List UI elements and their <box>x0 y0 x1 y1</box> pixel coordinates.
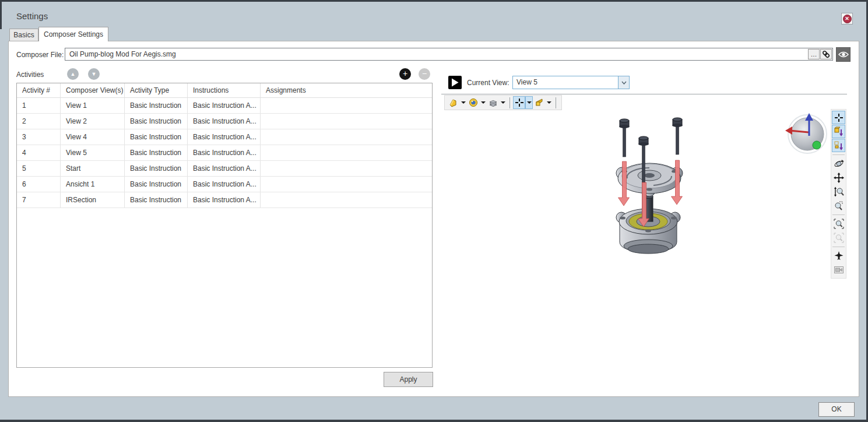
zoom-selection-button[interactable] <box>832 217 845 230</box>
cell-activity-number: 5 <box>17 161 61 176</box>
cell-assignments <box>261 114 432 129</box>
zoom-area-icon <box>834 201 844 211</box>
cell-instructions: Basic Instruction A... <box>188 98 261 113</box>
crosshair-select-button[interactable] <box>832 111 845 124</box>
orbit-button[interactable] <box>832 157 845 170</box>
up-arrow-icon: ▲ <box>71 71 76 77</box>
bolt <box>619 119 630 157</box>
settings-dialog: Settings ✕ Basics Composer Settings Comp… <box>0 0 868 422</box>
zoom-fit-button[interactable] <box>832 231 845 244</box>
preview-button[interactable] <box>836 47 851 62</box>
current-view-label: Current View: <box>467 79 509 87</box>
cell-activity-number: 3 <box>17 129 61 145</box>
table-row[interactable]: 5 Start Basic Instruction Basic Instruct… <box>17 161 432 177</box>
composer-settings-panel: Composer File: Oil Pump-blog Mod For Aeg… <box>8 41 859 397</box>
translate-part-icon <box>834 126 844 137</box>
eye-icon <box>838 51 849 58</box>
zoom-dynamic-button[interactable] <box>832 185 845 198</box>
chevron-down-icon <box>621 81 627 85</box>
cell-activity-type: Basic Instruction <box>125 129 188 145</box>
cell-activity-number: 4 <box>17 145 61 160</box>
cell-instructions: Basic Instruction A... <box>188 161 261 176</box>
cell-activity-type: Basic Instruction <box>125 161 188 176</box>
column-header-activity-type[interactable]: Activity Type <box>125 83 188 97</box>
toolbar-separator <box>832 154 845 155</box>
column-header-assignments[interactable]: Assignments <box>261 83 432 97</box>
window-border-left <box>0 0 2 29</box>
current-view-value: View 5 <box>513 76 618 89</box>
cell-composer-view: View 1 <box>61 98 125 113</box>
cell-composer-view: Start <box>61 161 125 176</box>
toolbar-separator <box>832 214 845 215</box>
composer-file-input[interactable]: Oil Pump-blog Mod For Aegis.smg … <box>65 48 833 61</box>
pan-button[interactable] <box>832 171 845 184</box>
move-activity-up-button[interactable]: ▲ <box>67 68 79 80</box>
view-tools-toolbar <box>831 109 846 279</box>
link-button[interactable] <box>820 49 832 59</box>
bolt <box>672 118 683 154</box>
cell-instructions: Basic Instruction A... <box>188 177 261 192</box>
cell-activity-number: 7 <box>17 192 61 208</box>
column-header-instructions[interactable]: Instructions <box>188 83 261 97</box>
cell-activity-type: Basic Instruction <box>125 98 188 113</box>
apply-button[interactable]: Apply <box>384 372 433 387</box>
down-arrow-icon: ▼ <box>92 71 97 77</box>
tab-composer-settings[interactable]: Composer Settings <box>38 27 108 41</box>
table-header-row: Activity # Composer View(s) Activity Typ… <box>17 83 432 98</box>
table-row[interactable]: 4 View 5 Basic Instruction Basic Instruc… <box>17 145 432 161</box>
table-row[interactable]: 3 View 4 Basic Instruction Basic Instruc… <box>17 129 432 145</box>
cell-assignments <box>261 98 432 113</box>
table-row[interactable]: 2 View 2 Basic Instruction Basic Instruc… <box>17 114 432 129</box>
window-border-top <box>0 0 868 2</box>
camera-view-button[interactable] <box>832 263 845 276</box>
camera-view-icon <box>834 265 844 275</box>
play-button[interactable] <box>448 76 462 89</box>
plus-icon: + <box>403 69 407 78</box>
cell-instructions: Basic Instruction A... <box>188 145 261 160</box>
fly-through-icon <box>834 251 844 261</box>
cell-activity-type: Basic Instruction <box>125 192 188 208</box>
table-row[interactable]: 1 View 1 Basic Instruction Basic Instruc… <box>17 98 432 114</box>
ok-button[interactable]: OK <box>818 402 855 417</box>
toolbar-separator <box>832 247 845 247</box>
dialog-title: Settings <box>16 11 48 21</box>
transform-parts-icon <box>834 140 844 151</box>
ellipsis-icon: … <box>811 51 817 58</box>
table-row[interactable]: 7 IRSection Basic Instruction Basic Inst… <box>17 192 432 208</box>
window-border-bottom <box>0 420 868 422</box>
cell-activity-number: 2 <box>17 114 61 129</box>
composer-file-label: Composer File: <box>16 51 64 59</box>
close-button[interactable]: ✕ <box>841 13 853 24</box>
cell-instructions: Basic Instruction A... <box>188 129 261 145</box>
add-activity-button[interactable]: + <box>399 68 411 80</box>
dropdown-arrow-button[interactable] <box>618 76 629 89</box>
browse-button[interactable]: … <box>808 49 820 59</box>
cell-assignments <box>261 177 432 192</box>
tab-basics[interactable]: Basics <box>9 29 38 41</box>
play-triangle-icon <box>451 78 459 87</box>
move-activity-down-button[interactable]: ▼ <box>88 68 100 80</box>
activities-label: Activities <box>16 71 44 79</box>
column-header-composer-views[interactable]: Composer View(s) <box>61 83 125 97</box>
cell-composer-view: View 2 <box>61 114 125 129</box>
orientation-sphere[interactable] <box>785 111 831 157</box>
cell-instructions: Basic Instruction A... <box>188 192 261 208</box>
zoom-selection-icon <box>834 219 844 229</box>
remove-activity-button[interactable]: − <box>419 68 430 80</box>
oil-pump-exploded-model <box>607 110 695 255</box>
fly-through-button[interactable] <box>832 249 845 262</box>
orbit-icon <box>834 159 844 169</box>
cell-composer-view: Ansicht 1 <box>61 177 125 192</box>
transform-parts-button[interactable] <box>832 139 845 152</box>
crosshair-select-icon <box>834 113 844 122</box>
cell-activity-number: 1 <box>17 98 61 113</box>
table-row[interactable]: 6 Ansicht 1 Basic Instruction Basic Inst… <box>17 177 432 192</box>
cell-activity-number: 6 <box>17 177 61 192</box>
translate-part-button[interactable] <box>832 125 845 138</box>
viewer-separator <box>441 94 847 94</box>
current-view-dropdown[interactable]: View 5 <box>512 76 630 89</box>
zoom-dynamic-icon <box>834 187 844 197</box>
chain-link-icon <box>822 50 830 58</box>
column-header-activity-number[interactable]: Activity # <box>17 83 61 97</box>
zoom-area-button[interactable] <box>832 199 845 212</box>
